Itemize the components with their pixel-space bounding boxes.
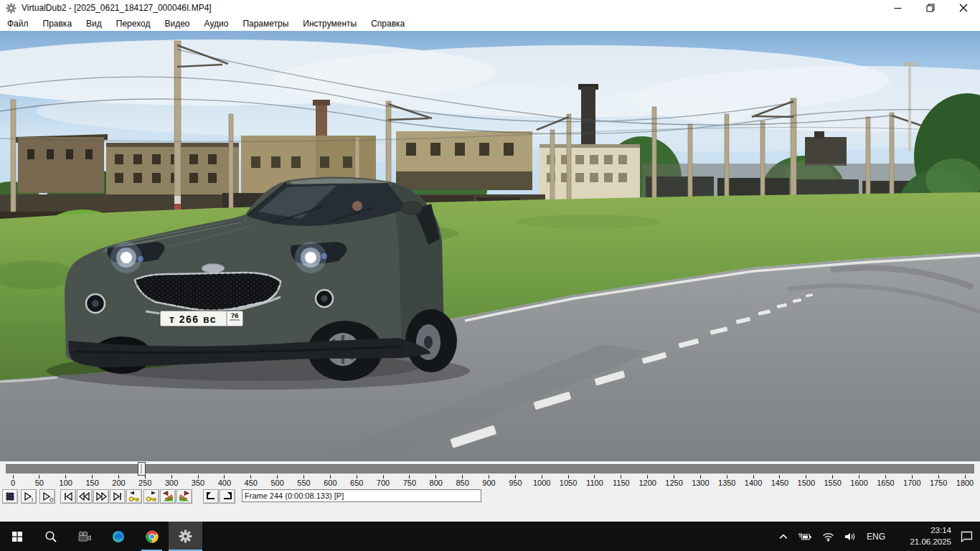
next-keyframe-icon [144, 490, 159, 503]
window-title: VirtualDub2 - [2025_0621_184127_000046I.… [22, 3, 212, 13]
mark-in-button[interactable] [203, 489, 219, 504]
action-center-button[interactable] [961, 531, 973, 542]
battery-indicator[interactable] [798, 532, 812, 542]
mark-in-icon [204, 490, 218, 503]
stop-button[interactable] [2, 489, 18, 504]
virtualdub-gear-icon [179, 529, 192, 543]
step-forward-button[interactable] [93, 489, 109, 504]
minimize-icon [894, 4, 902, 12]
step-forward-icon [94, 490, 108, 503]
virtualdub-taskbar-button[interactable] [169, 522, 202, 551]
rear-wheel [405, 309, 457, 372]
menu-go[interactable]: Переход [109, 17, 158, 30]
previous-scene-icon [161, 490, 175, 503]
screen: VirtualDub2 - [2025_0621_184127_000046I.… [0, 0, 980, 551]
next-keyframe-button[interactable] [143, 489, 159, 504]
timeline-tick-label: 1650 [877, 479, 894, 487]
menu-options[interactable]: Параметры [235, 17, 296, 30]
chrome-button[interactable] [135, 522, 169, 551]
timeline-tick-label: 900 [482, 479, 495, 487]
timeline-tick-label: 0 [11, 479, 15, 487]
timeline-tick-label: 1550 [824, 479, 841, 487]
timeline-tick-label: 1700 [903, 479, 920, 487]
stop-icon [3, 490, 17, 503]
timeline-tick-label: 500 [270, 479, 283, 487]
film-camera-icon [77, 531, 92, 542]
svg-text:I: I [32, 497, 33, 502]
timeline-tick-label: 250 [138, 479, 151, 487]
menu-tools[interactable]: Инструменты [296, 17, 364, 30]
timeline-tick-label: 1350 [718, 479, 735, 487]
timeline-tick-label: 200 [112, 479, 125, 487]
edge-button[interactable] [101, 522, 135, 551]
clock-date: 21.06.2025 [891, 537, 951, 548]
restore-button[interactable] [914, 0, 947, 16]
speaker-icon [844, 532, 856, 542]
timeline-tick-label: 300 [165, 479, 178, 487]
timeline-ruler: 0501001502002503003504004505005506006507… [0, 461, 980, 489]
timeline-tick-label: 1050 [560, 479, 577, 487]
menu-audio[interactable]: Аудио [197, 17, 236, 30]
timeline-tick-label: 600 [324, 479, 336, 487]
notification-icon [961, 531, 973, 542]
close-button[interactable] [947, 0, 980, 16]
plate-number: т 266 вс [169, 314, 217, 325]
frame-status: Frame 244 (0:00:08.133) [P] [242, 489, 481, 502]
play-output-button[interactable]: O [39, 489, 55, 504]
next-scene-button[interactable] [176, 489, 192, 504]
clock[interactable]: 23:14 21.06.2025 [891, 525, 951, 547]
menu-video[interactable]: Видео [157, 17, 197, 30]
wifi-icon [822, 532, 834, 542]
go-to-start-icon [61, 490, 75, 503]
minimize-button[interactable] [881, 0, 914, 16]
side-mirror [401, 202, 423, 215]
timeline-tick-label: 1150 [613, 479, 630, 487]
mark-out-button[interactable] [220, 489, 235, 504]
video-scene: т 266 вс 76 [0, 31, 980, 461]
previous-keyframe-icon [127, 490, 141, 503]
mark-out-icon [220, 490, 235, 503]
language-indicator[interactable]: ENG [867, 532, 885, 542]
timeline-tick-label: 1600 [850, 479, 867, 487]
media-player-button[interactable] [67, 522, 101, 551]
previous-keyframe-button[interactable] [126, 489, 142, 504]
timeline-tick-label: 1100 [586, 479, 603, 487]
step-back-icon [77, 490, 92, 503]
start-button[interactable] [0, 522, 34, 551]
transport-controls: I O F [0, 489, 980, 506]
menu-edit[interactable]: Правка [36, 17, 80, 30]
timeline-tick-label: 400 [218, 479, 231, 487]
timeline-tick-label: 1000 [533, 479, 550, 487]
timeline-tick-label: 50 [35, 479, 44, 487]
clock-time: 23:14 [891, 525, 951, 537]
timeline-tick-label: 1800 [956, 479, 974, 487]
chrome-icon [146, 530, 159, 543]
search-button[interactable] [34, 522, 67, 551]
chevron-up-icon [779, 532, 788, 541]
edge-icon [112, 530, 125, 543]
previous-scene-button[interactable] [160, 489, 176, 504]
title-bar: VirtualDub2 - [2025_0621_184127_000046I.… [0, 0, 980, 16]
driver-head [352, 201, 362, 211]
go-to-end-button[interactable] [110, 489, 126, 504]
timeline-panel: 0501001502002503003504004505005506006507… [0, 461, 980, 489]
timeline-tick-label: 950 [509, 479, 522, 487]
timeline-tick-label: 100 [60, 479, 72, 487]
timeline-tick-label: 150 [85, 479, 98, 487]
menu-help[interactable]: Справка [364, 17, 412, 30]
go-to-end-icon [110, 490, 125, 503]
go-to-start-button[interactable] [60, 489, 76, 504]
wifi-indicator[interactable] [822, 532, 834, 542]
timeline-tick-label: 700 [377, 479, 390, 487]
license-plate: т 266 вс 76 [160, 311, 243, 326]
menu-file[interactable]: Файл [0, 17, 36, 30]
step-back-button[interactable] [77, 489, 93, 504]
hidden-icons-chevron[interactable] [779, 532, 788, 541]
play-input-button[interactable]: I [21, 489, 37, 504]
timeline-tick-label: 1300 [692, 479, 709, 487]
timeline-tick-label: 450 [245, 479, 258, 487]
next-scene-icon [177, 490, 192, 503]
timeline-tick-label: 850 [456, 479, 468, 487]
volume-indicator[interactable] [844, 532, 856, 542]
menu-view[interactable]: Вид [79, 17, 109, 30]
